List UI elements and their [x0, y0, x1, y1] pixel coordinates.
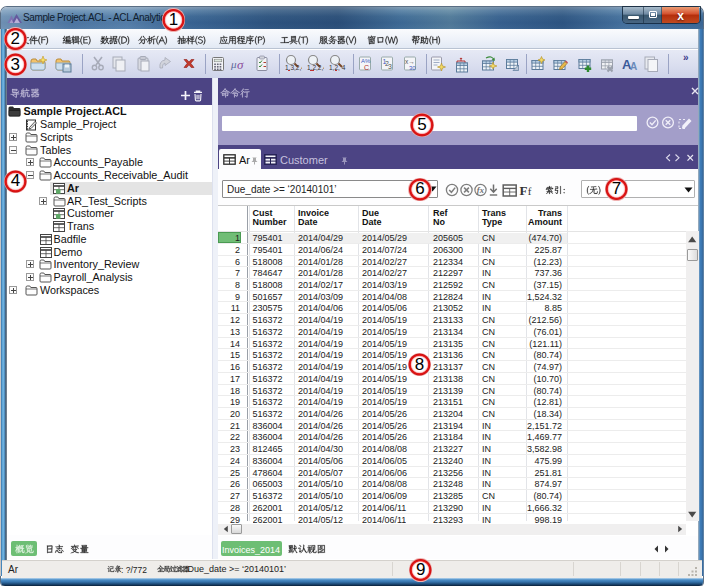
svg-text:C: C	[364, 63, 369, 70]
svg-text:30: 30	[409, 64, 416, 70]
svg-text:fx: fx	[477, 184, 485, 194]
svg-text:3: 3	[388, 63, 392, 70]
svg-text:1,3,2,4: 1,3,2,4	[285, 64, 302, 71]
svg-text:1,2, 4: 1,2, 4	[329, 64, 346, 71]
svg-text:1,2,2,4: 1,2,2,4	[307, 64, 324, 71]
svg-text:F: F	[520, 183, 528, 197]
svg-text:A: A	[630, 61, 637, 72]
svg-text:μ: μ	[230, 58, 237, 70]
svg-text:σ: σ	[237, 57, 244, 72]
svg-text:f: f	[528, 184, 532, 196]
